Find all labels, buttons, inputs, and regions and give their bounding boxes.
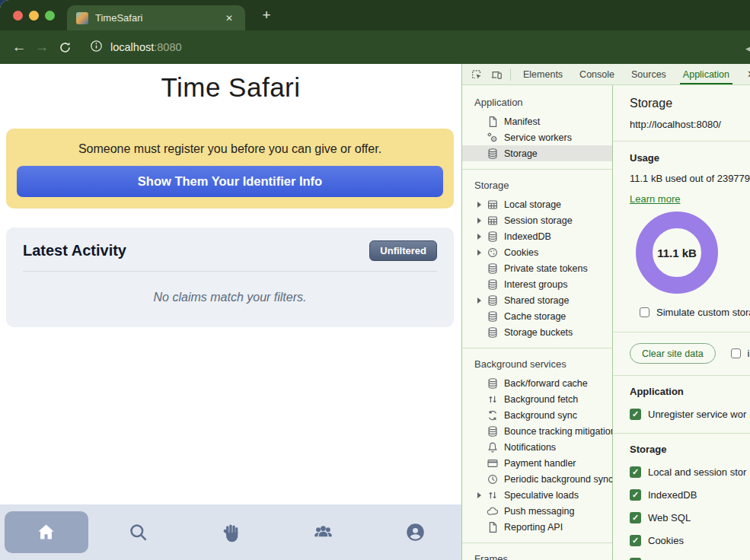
new-tab-button[interactable]: + <box>257 7 276 25</box>
tree-item-bounce-tracking-mitigation[interactable]: Bounce tracking mitigation <box>462 423 612 439</box>
tree-item-cache-storage[interactable]: Cache storage <box>462 308 612 324</box>
expand-arrow-icon[interactable] <box>477 218 487 224</box>
tree-section-title: Application <box>462 90 612 113</box>
browser-tab[interactable]: TimeSafari ✕ <box>67 5 245 30</box>
tree-item-label: Storage <box>504 148 538 159</box>
omnibox[interactable]: localhost:8080 <box>90 40 182 56</box>
database-icon <box>487 326 499 339</box>
tree-item-label: Manifest <box>504 116 540 127</box>
application-row-unregister-service-wor: ✓Unregister service wor <box>630 409 750 420</box>
application-checkbox-unregister-service-wor[interactable]: ✓ <box>630 409 641 420</box>
person-nav-button[interactable] <box>397 514 433 551</box>
devtools-tab-sources[interactable]: Sources <box>623 64 675 84</box>
tree-item-background-sync[interactable]: Background sync <box>462 407 612 423</box>
unfiltered-button[interactable]: Unfiltered <box>369 240 437 261</box>
devtools-tab-application[interactable]: Application <box>675 64 738 84</box>
tree-item-private-state-tokens[interactable]: Private state tokens <box>462 260 612 276</box>
home-nav-button[interactable] <box>5 511 88 553</box>
toolbar-separator <box>510 68 511 81</box>
include-checkbox-label: in <box>748 348 750 359</box>
sync-icon <box>487 409 499 422</box>
expand-arrow-icon[interactable] <box>477 202 487 208</box>
empty-claims-text: No claims match your filters. <box>23 291 437 304</box>
database-icon <box>487 148 499 160</box>
application-section-heading: Application <box>630 386 750 397</box>
tree-item-label: Storage buckets <box>504 327 573 338</box>
storage-checkbox-indexeddb[interactable]: ✓ <box>630 489 641 501</box>
tree-item-manifest[interactable]: Manifest <box>462 113 612 129</box>
tree-item-notifications[interactable]: Notifications <box>462 439 612 455</box>
clear-site-data-button[interactable]: Clear site data <box>630 343 716 364</box>
site-info-icon[interactable] <box>90 40 103 56</box>
tree-item-push-messaging[interactable]: Push messaging <box>462 503 612 519</box>
storage-checkbox-cookies[interactable]: ✓ <box>630 535 641 546</box>
simulate-quota-checkbox[interactable] <box>640 307 649 317</box>
hand-nav-button[interactable] <box>212 514 249 551</box>
gears-icon <box>487 132 499 144</box>
tree-item-label: Notifications <box>504 442 556 453</box>
tree-item-background-fetch[interactable]: Background fetch <box>462 391 612 407</box>
storage-checkbox-web-sql[interactable]: ✓ <box>630 512 641 523</box>
reload-button[interactable] <box>53 36 76 59</box>
tree-item-interest-groups[interactable]: Interest groups <box>462 276 612 292</box>
tree-item-indexeddb[interactable]: IndexedDB <box>462 228 612 244</box>
tree-item-session-storage[interactable]: Session storage <box>462 212 612 228</box>
tree-item-payment-handler[interactable]: Payment handler <box>462 455 612 471</box>
tree-item-shared-storage[interactable]: Shared storage <box>462 292 612 308</box>
devtools-tab-console[interactable]: Console <box>571 64 623 84</box>
usage-text: 11.1 kB used out of 239779 <box>630 173 750 184</box>
back-button[interactable]: ← <box>8 36 30 59</box>
usage-donut-chart: 11.1 kB <box>635 211 719 294</box>
learn-more-link[interactable]: Learn more <box>630 193 680 205</box>
storage-row-local-and-session-stor: ✓Local and session stor <box>630 466 750 478</box>
alert-text: Someone must register you before you can… <box>6 142 454 156</box>
storage-checkbox-local-and-session-stor[interactable]: ✓ <box>630 466 641 478</box>
registration-alert: Someone must register you before you can… <box>6 129 454 208</box>
storage-origin: http://localhost:8080/ <box>630 119 750 130</box>
tree-item-label: Cookies <box>504 247 538 258</box>
inspect-element-icon[interactable] <box>467 65 487 84</box>
devtools-tab-elements[interactable]: Elements <box>515 64 571 84</box>
minimize-window-button[interactable] <box>29 11 39 21</box>
forward-button[interactable]: → <box>30 36 53 59</box>
tree-item-speculative-loads[interactable]: Speculative loads <box>462 487 612 503</box>
tree-item-periodic-background-sync[interactable]: Periodic background sync <box>462 471 612 487</box>
expand-arrow-icon[interactable] <box>477 298 487 304</box>
tree-item-label: Session storage <box>504 215 573 226</box>
table-icon <box>487 215 499 227</box>
tab-close-icon[interactable]: ✕ <box>222 11 236 25</box>
people-nav-button[interactable] <box>305 514 341 551</box>
cloud-icon <box>487 505 499 517</box>
tree-item-label: Periodic background sync <box>504 474 613 485</box>
page-viewport: Time Safari Someone must register you be… <box>0 64 461 560</box>
tree-item-label: Private state tokens <box>504 263 588 274</box>
tree-item-label: Background sync <box>504 410 577 421</box>
url-host: localhost <box>110 41 154 53</box>
tree-item-storage[interactable]: Storage <box>462 145 612 161</box>
show-identifier-info-button[interactable]: Show Them Your Identifier Info <box>17 166 443 197</box>
tree-section-title: Storage <box>462 173 612 196</box>
tree-section-frames: Framestop <box>462 542 612 560</box>
tree-item-service-workers[interactable]: Service workers <box>462 129 612 145</box>
close-window-button[interactable] <box>13 11 23 21</box>
expand-arrow-icon[interactable] <box>477 234 487 240</box>
include-checkbox[interactable] <box>731 348 741 358</box>
expand-arrow-icon[interactable] <box>477 492 487 498</box>
storage-label: Local and session stor <box>648 466 746 478</box>
expand-arrow-icon[interactable] <box>477 250 487 256</box>
storage-section-heading: Storage <box>630 444 750 455</box>
tree-item-storage-buckets[interactable]: Storage buckets <box>462 324 612 340</box>
tree-item-back-forward-cache[interactable]: Back/forward cache <box>462 375 612 391</box>
tree-item-cookies[interactable]: Cookies <box>462 244 612 260</box>
device-toolbar-icon[interactable] <box>487 65 506 84</box>
zoom-window-button[interactable] <box>45 11 55 21</box>
tree-item-local-storage[interactable]: Local storage <box>462 196 612 212</box>
document-icon <box>487 521 499 533</box>
nav-item-person <box>369 504 461 560</box>
donut-value-label: 11.1 kB <box>635 211 719 294</box>
search-nav-button[interactable] <box>120 514 157 551</box>
tree-item-label: Cache storage <box>504 311 566 322</box>
tree-item-label: IndexedDB <box>504 231 551 242</box>
more-panels-icon[interactable]: ✕ <box>747 68 750 80</box>
tree-item-reporting-api[interactable]: Reporting API <box>462 519 612 535</box>
